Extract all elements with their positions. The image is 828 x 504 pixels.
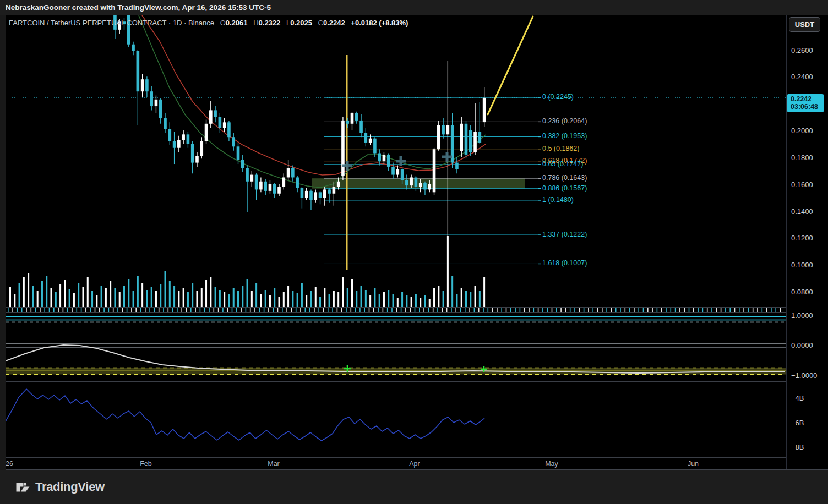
signal-tick: [721, 308, 722, 312]
tradingview-logo-icon: [15, 479, 30, 494]
time-axis-label[interactable]: Apr: [409, 460, 420, 468]
time-axis-label[interactable]: Mar: [268, 460, 280, 468]
trade-marker-plus-icon: [396, 156, 406, 166]
volume-bar: [342, 277, 344, 308]
volume-bar: [324, 288, 325, 308]
signal-tick: [204, 308, 205, 312]
signal-tick: [652, 308, 653, 312]
signal-tick: [85, 308, 86, 312]
cvd-axis-label[interactable]: −6B: [791, 419, 804, 427]
candle-body: [150, 91, 153, 106]
close-value: 0.2242: [323, 19, 345, 27]
signal-tick: [753, 308, 754, 312]
fib-level-label: 0.5 (0.1862): [542, 145, 579, 152]
cvd-axis-label[interactable]: −4B: [791, 394, 804, 402]
volume-bar: [119, 292, 121, 308]
signal-tick: [647, 308, 649, 312]
volume-bar: [383, 292, 385, 308]
cvd-axis-label[interactable]: −8B: [791, 443, 804, 451]
volume-bar: [297, 293, 298, 308]
chart-canvas[interactable]: [0, 0, 828, 504]
left-margin: [0, 15, 6, 470]
signal-tick: [775, 308, 776, 312]
price-axis-label[interactable]: 0.2400: [791, 73, 813, 81]
candle-body: [378, 154, 381, 162]
candle-body: [232, 137, 235, 146]
candle-body: [187, 134, 190, 144]
volume-bar: [319, 297, 321, 308]
volume-bar: [265, 290, 266, 308]
signal-tick: [638, 308, 639, 312]
candle-body: [410, 177, 413, 185]
signal-tick: [259, 308, 260, 312]
price-axis-label[interactable]: 0.2600: [791, 46, 813, 54]
candle-body: [373, 139, 377, 154]
time-axis-label[interactable]: Feb: [140, 460, 152, 468]
tradingview-logo[interactable]: TradingView: [15, 479, 105, 494]
signal-tick: [533, 308, 535, 312]
trade-marker-plus-icon: [442, 152, 452, 162]
symbol-legend[interactable]: FARTCOIN / TetherUS PERPETUAL CONTRACT ·…: [9, 19, 408, 27]
signal-tick: [163, 308, 164, 312]
volume-bar: [133, 291, 134, 308]
volume-bar: [433, 288, 435, 308]
signal-tick: [214, 308, 215, 312]
signal-tick: [26, 308, 27, 312]
volume-bar: [461, 288, 462, 308]
volume-bar: [329, 294, 330, 308]
volume-bar: [110, 281, 111, 308]
attribution-text: NebraskanGooner created with TradingView…: [6, 3, 271, 12]
oscillator-axis-label[interactable]: 0.0000: [791, 341, 813, 349]
signal-tick: [181, 308, 182, 312]
volume-bar: [420, 298, 421, 308]
signal-tick: [725, 308, 726, 312]
time-axis-label[interactable]: May: [545, 460, 558, 468]
price-axis-label[interactable]: 0.1400: [791, 207, 813, 215]
time-axis-label[interactable]: 26: [6, 460, 13, 468]
volume-bar: [183, 288, 184, 308]
volume-bar: [483, 277, 485, 308]
currency-toggle-button[interactable]: USDT: [789, 17, 820, 32]
price-axis-label[interactable]: 0.1000: [791, 261, 813, 269]
tradingview-screenshot: NebraskanGooner created with TradingView…: [0, 0, 828, 504]
signal-tick: [579, 308, 580, 312]
signal-tick: [469, 308, 470, 312]
price-axis-label[interactable]: 0.1600: [791, 180, 813, 188]
signal-tick: [707, 308, 708, 312]
signal-tick: [529, 308, 530, 312]
signal-tick: [200, 308, 201, 312]
volume-bar: [479, 291, 481, 308]
volume-bar: [292, 291, 293, 308]
signal-tick: [520, 308, 521, 312]
oscillator-axis-label[interactable]: −1.0000: [791, 371, 817, 380]
time-axis-label[interactable]: Jun: [688, 460, 699, 468]
signal-tick: [574, 308, 575, 312]
candle-body: [359, 121, 363, 133]
oscillator-axis-label[interactable]: 1.0000: [791, 311, 813, 320]
signal-tick: [428, 308, 429, 312]
volume-bar: [160, 284, 161, 308]
price-axis-label[interactable]: 0.1200: [791, 234, 813, 242]
signal-tick: [305, 308, 306, 312]
candle-body: [469, 130, 472, 152]
volume-bar: [315, 287, 317, 308]
volume-bar: [96, 295, 97, 308]
price-axis-label[interactable]: 0.2000: [791, 127, 813, 135]
signal-tick: [465, 308, 466, 312]
volume-bar: [301, 283, 303, 308]
volume-bar: [233, 288, 235, 308]
volume-bar: [424, 295, 426, 308]
signal-tick: [314, 308, 315, 312]
volume-bar: [224, 292, 225, 308]
price-axis-label[interactable]: 0.0800: [791, 288, 813, 296]
signal-tick: [671, 308, 672, 312]
signal-tick: [396, 308, 397, 312]
fib-level-label: 0.65 (0.1747): [542, 160, 583, 168]
fib-level-label: 1.618 (0.1007): [542, 259, 587, 267]
signal-tick: [246, 308, 247, 312]
signal-tick: [8, 308, 9, 312]
signal-tick: [355, 308, 356, 312]
price-axis-label[interactable]: 0.1800: [791, 153, 813, 161]
tradingview-logo-text: TradingView: [35, 480, 105, 494]
volume-bar: [365, 290, 367, 308]
